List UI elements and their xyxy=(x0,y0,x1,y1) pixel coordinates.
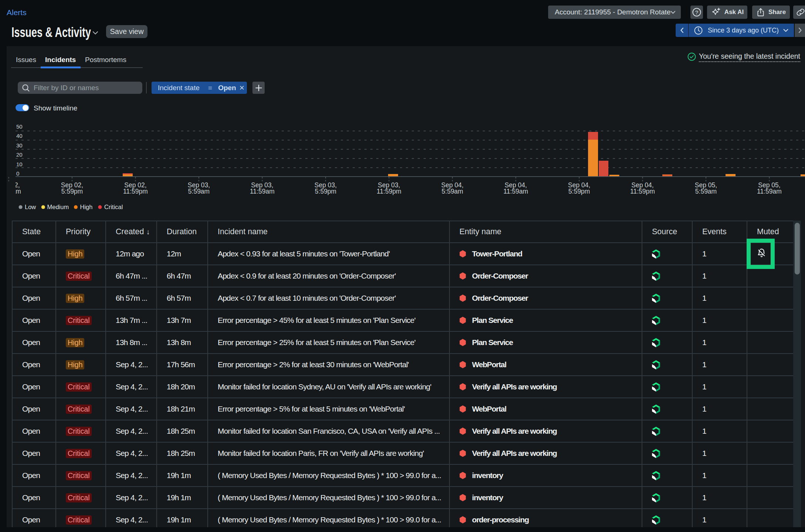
svg-text:40: 40 xyxy=(16,133,23,139)
svg-text:Critical: Critical xyxy=(104,204,123,210)
svg-text:11:59pm: 11:59pm xyxy=(123,188,148,195)
svg-text:Medium: Medium xyxy=(47,204,69,210)
svg-text:5:59am: 5:59am xyxy=(695,188,717,195)
svg-text:5:59am: 5:59am xyxy=(442,188,463,195)
svg-text:20: 20 xyxy=(16,151,23,158)
svg-text:11:59am: 11:59am xyxy=(250,188,275,195)
svg-text:50: 50 xyxy=(16,123,23,130)
svg-text:?: ? xyxy=(695,9,698,16)
svg-text:5:59am: 5:59am xyxy=(188,188,210,195)
svg-text:5:59pm: 5:59pm xyxy=(568,188,590,195)
svg-text:5:59pm: 5:59pm xyxy=(61,188,83,195)
svg-text:High: High xyxy=(80,204,93,210)
svg-text:Low: Low xyxy=(25,204,36,210)
svg-text:10: 10 xyxy=(16,161,23,167)
svg-text:30: 30 xyxy=(16,142,23,149)
svg-text:11:59am: 11:59am xyxy=(757,188,782,195)
svg-text:11:59pm: 11:59pm xyxy=(377,188,401,195)
svg-text:0: 0 xyxy=(16,170,19,177)
svg-text:5:59pm: 5:59pm xyxy=(315,188,336,195)
svg-text:11:59am: 11:59am xyxy=(503,188,528,195)
svg-text:11:59am: 11:59am xyxy=(0,188,21,195)
svg-text:11:59pm: 11:59pm xyxy=(630,188,655,195)
